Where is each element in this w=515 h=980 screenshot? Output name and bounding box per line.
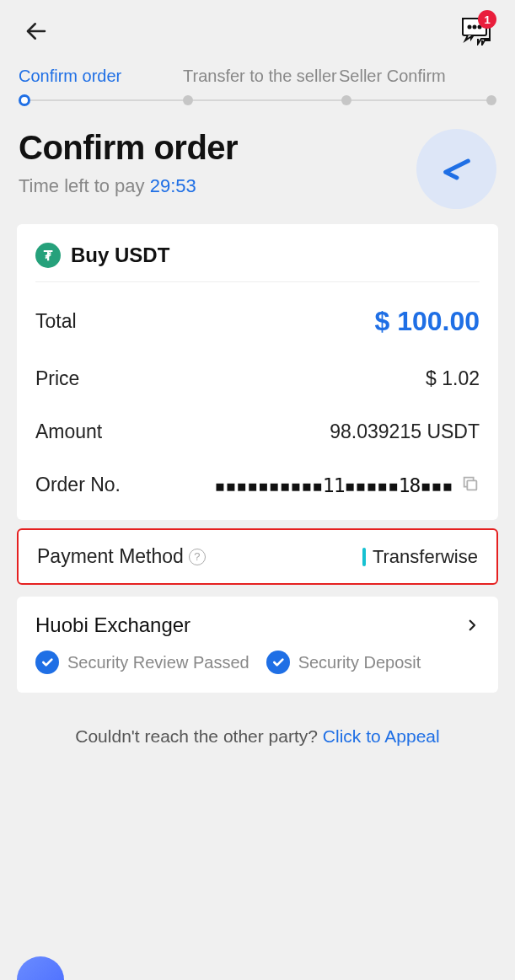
appeal-link[interactable]: Click to Appeal [323, 726, 440, 746]
payment-color-bar [362, 548, 366, 566]
svg-point-3 [474, 26, 476, 29]
time-left: Time left to pay 29:53 [19, 175, 238, 197]
amount-value: 98.039215 USDT [330, 420, 480, 443]
step-3-label: Seller Confirm [339, 66, 496, 87]
timer-value: 29:53 [150, 175, 196, 196]
badge-security-deposit: Security Deposit [266, 651, 421, 674]
floating-action-button[interactable] [17, 956, 64, 980]
step-dot-4 [486, 95, 496, 105]
svg-point-2 [469, 26, 471, 29]
step-2-label: Transfer to the seller [183, 66, 339, 87]
price-label: Price [35, 367, 79, 390]
orderno-value: ▪▪▪▪▪▪▪▪▪▪11▪▪▪▪▪18▪▪▪ [214, 474, 453, 496]
exchanger-name: Huobi Exchanger [35, 613, 190, 637]
step-dot-3 [341, 95, 351, 105]
copy-order-button[interactable] [461, 474, 480, 496]
payment-method-row[interactable]: Payment Method ? Transferwise [17, 528, 498, 585]
price-value: $ 1.02 [426, 367, 480, 390]
exchanger-card: Huobi Exchanger Security Review Passed S… [17, 597, 498, 693]
send-button[interactable] [416, 129, 496, 209]
amount-label: Amount [35, 420, 102, 443]
back-button[interactable] [24, 19, 49, 47]
appeal-text: Couldn't reach the other party? [75, 726, 323, 746]
total-label: Total [35, 310, 77, 333]
exchanger-row[interactable]: Huobi Exchanger [35, 613, 480, 637]
stepper-line [19, 95, 496, 105]
page-title: Confirm order [19, 129, 238, 167]
stepper: Confirm order Transfer to the seller Sel… [0, 59, 515, 90]
usdt-icon: ₮ [35, 243, 61, 268]
orderno-label: Order No. [35, 474, 121, 496]
step-1-label: Confirm order [19, 66, 183, 87]
badge-2-text: Security Deposit [298, 653, 421, 672]
check-icon [266, 651, 290, 674]
chat-button[interactable]: 1 [461, 17, 491, 49]
help-icon[interactable]: ? [189, 549, 206, 565]
step-dot-2 [183, 95, 193, 105]
notification-badge: 1 [478, 10, 496, 29]
order-action: Buy USDT [71, 244, 169, 267]
total-value: $ 100.00 [374, 306, 480, 337]
payment-method-label: Payment Method [37, 545, 184, 568]
time-left-label: Time left to pay [19, 175, 145, 196]
appeal-row: Couldn't reach the other party? Click to… [0, 726, 515, 747]
step-dot-1 [19, 94, 30, 106]
svg-rect-5 [467, 480, 476, 490]
check-icon [35, 651, 59, 674]
order-card: ₮ Buy USDT Total $ 100.00 Price $ 1.02 A… [17, 224, 498, 520]
payment-method-value: Transferwise [373, 546, 478, 568]
chevron-right-icon [464, 618, 480, 633]
badge-security-review: Security Review Passed [35, 651, 249, 674]
badge-1-text: Security Review Passed [67, 653, 249, 672]
